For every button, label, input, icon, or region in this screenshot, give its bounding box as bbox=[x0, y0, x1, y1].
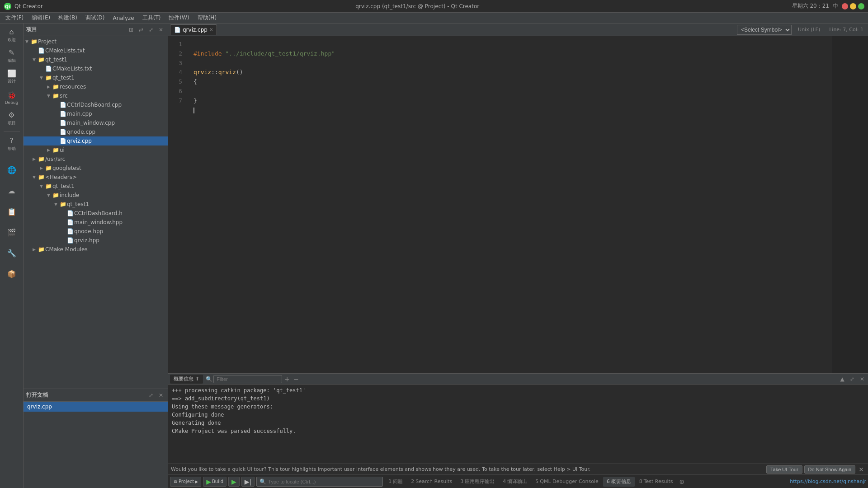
taskbar-tab-qml-debug[interactable]: 5 QML Debugger Console bbox=[532, 477, 602, 487]
sidebar-app3-btn[interactable]: 📋 bbox=[2, 202, 22, 221]
sidebar-design-btn[interactable]: ⬜ 设计 bbox=[2, 67, 22, 87]
tree-item-qt-test1-inc[interactable]: ▼ 📁 qt_test1 bbox=[24, 200, 168, 209]
output-tab-summary[interactable]: 概要信息 ⬆ bbox=[170, 375, 203, 384]
locate-input[interactable] bbox=[268, 479, 380, 484]
sidebar-edit-btn[interactable]: ✎ 编辑 bbox=[2, 46, 22, 66]
taskbar-tab-general[interactable]: 6 概要信息 bbox=[603, 477, 635, 487]
menu-edit[interactable]: 编辑(E) bbox=[28, 13, 54, 23]
output-expand-icon[interactable]: ⤢ bbox=[848, 375, 856, 383]
tree-item-qnode-h[interactable]: 📄 qnode.hpp bbox=[24, 227, 168, 236]
panel-filter-icon[interactable]: ⊞ bbox=[127, 26, 135, 34]
filter-plus-icon[interactable]: + bbox=[283, 375, 291, 383]
tree-item-include[interactable]: ▼ 📁 include bbox=[24, 191, 168, 200]
sidebar-project-btn[interactable]: ⚙ 项目 bbox=[2, 108, 22, 128]
close-window-btn[interactable] bbox=[842, 3, 848, 9]
sidebar-app2-btn[interactable]: ☁ bbox=[2, 181, 22, 201]
open-docs-close-icon[interactable]: ✕ bbox=[157, 391, 165, 399]
menu-tools[interactable]: 工具(T) bbox=[139, 13, 165, 23]
sidebar-welcome-btn[interactable]: ⌂ 欢迎 bbox=[2, 25, 22, 45]
maximize-window-btn[interactable] bbox=[858, 3, 864, 9]
sidebar-app4-btn[interactable]: 🎬 bbox=[2, 222, 22, 242]
sidebar-app5-btn[interactable]: 🔧 bbox=[2, 243, 22, 263]
take-ui-tour-button[interactable]: Take UI Tour bbox=[766, 465, 802, 474]
tabs-more-icon[interactable]: ⊕ bbox=[679, 478, 685, 485]
search-taskbar[interactable]: 🔍 bbox=[256, 477, 383, 487]
tree-item-qrviz-h[interactable]: 📄 qrviz.hpp bbox=[24, 236, 168, 245]
menu-help[interactable]: 帮助(H) bbox=[194, 13, 220, 23]
tab-close-icon[interactable]: ✕ bbox=[209, 27, 213, 32]
folder-icon: 📁 bbox=[38, 174, 45, 180]
panel-expand-icon[interactable]: ⤢ bbox=[147, 26, 155, 34]
tree-item-label: CMake Modules bbox=[45, 246, 88, 253]
tree-item-resources[interactable]: ▶ 📁 resources bbox=[24, 82, 168, 91]
build-panel-btn[interactable]: ▶ Build bbox=[203, 477, 226, 487]
tree-item-cmake-modules[interactable]: ▶ 📁 CMake Modules bbox=[24, 245, 168, 254]
menu-debug[interactable]: 调试(D) bbox=[82, 13, 108, 23]
tree-item-cmakelists-root[interactable]: 📄 CMakeLists.txt bbox=[24, 46, 168, 55]
output-close-icon[interactable]: ✕ bbox=[858, 375, 866, 383]
project-tree: ▼ 📁 Project 📄 CMakeLists.txt ▼ 📁 qt_test… bbox=[24, 36, 168, 389]
tree-item-qrviz[interactable]: 📄 qrviz.cpp bbox=[24, 136, 168, 145]
filter-minus-icon[interactable]: − bbox=[292, 375, 300, 383]
menu-analyze[interactable]: Analyze bbox=[109, 14, 137, 22]
csdn-url[interactable]: https://blog.csdn.net/qinshanjr bbox=[790, 479, 866, 484]
tab-num: 6 bbox=[607, 479, 610, 484]
tree-item-main[interactable]: 📄 main.cpp bbox=[24, 109, 168, 118]
tree-item-src[interactable]: ▼ 📁 src bbox=[24, 91, 168, 100]
tree-item-googletest[interactable]: ▶ 📁 googletest bbox=[24, 164, 168, 173]
sidebar-debug-btn[interactable]: 🐞 Debug bbox=[2, 88, 22, 108]
tree-item-label: qrviz.hpp bbox=[74, 237, 99, 244]
menu-file[interactable]: 文件(F) bbox=[2, 13, 27, 23]
sidebar-app6-btn[interactable]: 📦 bbox=[2, 264, 22, 284]
debug-run-btn[interactable]: ▶| bbox=[241, 477, 255, 487]
debug-run-icon: ▶| bbox=[245, 478, 251, 485]
tree-item-project-root[interactable]: ▼ 📁 Project bbox=[24, 37, 168, 46]
taskbar-tab-search-results[interactable]: 2 Search Results bbox=[407, 477, 456, 487]
tree-item-label: CMakeLists.txt bbox=[45, 47, 85, 54]
tree-item-main-window-h[interactable]: 📄 main_window.hpp bbox=[24, 218, 168, 227]
minimize-window-btn[interactable] bbox=[850, 3, 856, 9]
project-panel-btn[interactable]: 🖥 Project ▶ bbox=[170, 477, 201, 487]
tree-item-qt-test1-h[interactable]: ▼ 📁 qt_test1 bbox=[24, 182, 168, 191]
sidebar-app1-btn[interactable]: 🌐 bbox=[2, 160, 22, 180]
open-doc-qrviz[interactable]: qrviz.cpp bbox=[24, 402, 168, 412]
tree-item-headers[interactable]: ▼ 📁 <Headers> bbox=[24, 173, 168, 182]
editor-tab-qrviz[interactable]: 📄 qrviz.cpp ✕ bbox=[170, 24, 217, 35]
arrow-icon: ▼ bbox=[54, 202, 60, 206]
run-btn[interactable]: ▶ bbox=[228, 477, 240, 487]
tree-item-ui[interactable]: ▶ 📁 ui bbox=[24, 145, 168, 155]
tree-item-main-window[interactable]: 📄 main_window.cpp bbox=[24, 118, 168, 127]
menu-controls[interactable]: 控件(W) bbox=[165, 13, 193, 23]
taskbar-tab-app-output[interactable]: 3 应用程序输出 bbox=[457, 477, 498, 487]
tree-item-label: CMakeLists.txt bbox=[52, 66, 92, 72]
filter-input[interactable] bbox=[213, 375, 282, 383]
open-docs-expand-icon[interactable]: ⤢ bbox=[147, 391, 155, 399]
tree-item-qt-test1-sub[interactable]: ▼ 📁 qt_test1 bbox=[24, 73, 168, 82]
output-line-3: Using these message generators: bbox=[172, 403, 864, 411]
do-not-show-again-button[interactable]: Do Not Show Again bbox=[804, 465, 855, 474]
panel-sync-icon[interactable]: ⇄ bbox=[137, 26, 145, 34]
sidebar-help-btn[interactable]: ? 帮助 bbox=[2, 134, 22, 154]
menu-build[interactable]: 构建(B) bbox=[55, 13, 81, 23]
symbol-select[interactable]: <Select Symbol> bbox=[737, 25, 792, 35]
taskbar-tab-test-results[interactable]: 8 Test Results bbox=[636, 477, 677, 487]
bottom-taskbar: 🖥 Project ▶ ▶ Build ▶ ▶| 🔍 bbox=[168, 474, 868, 488]
tree-item-usr-src[interactable]: ▶ 📁 /usr/src bbox=[24, 155, 168, 164]
editor-area[interactable]: 1 2 3 4 5 6 7 #include "../include/qt_te… bbox=[168, 36, 868, 373]
panel-close-icon[interactable]: ✕ bbox=[157, 26, 165, 34]
output-up-icon[interactable]: ▲ bbox=[838, 375, 846, 383]
arrow-icon: ▶ bbox=[40, 166, 45, 170]
tree-item-cctrl-h[interactable]: 📄 CCtrlDashBoard.h bbox=[24, 209, 168, 218]
tree-item-label: src bbox=[60, 93, 68, 99]
lang-selector[interactable]: 中 bbox=[833, 2, 838, 10]
tree-item-cctrl[interactable]: 📄 CCtrlDashBoard.cpp bbox=[24, 100, 168, 109]
taskbar-tab-compile-output[interactable]: 4 编译输出 bbox=[499, 477, 531, 487]
tree-item-cmakelists-qt[interactable]: 📄 CMakeLists.txt bbox=[24, 64, 168, 73]
tree-item-qnode[interactable]: 📄 qnode.cpp bbox=[24, 127, 168, 136]
code-brace-open: { bbox=[193, 78, 197, 85]
tree-item-qt-test1[interactable]: ▼ 📁 qt_test1 bbox=[24, 55, 168, 64]
taskbar-tab-issues[interactable]: 1 问题 bbox=[385, 477, 406, 487]
editor-code[interactable]: #include "../include/qt_test1/qrviz.hpp"… bbox=[186, 36, 832, 373]
tree-item-label: main.cpp bbox=[67, 111, 92, 117]
dismiss-tour-icon[interactable]: ✕ bbox=[857, 465, 865, 474]
